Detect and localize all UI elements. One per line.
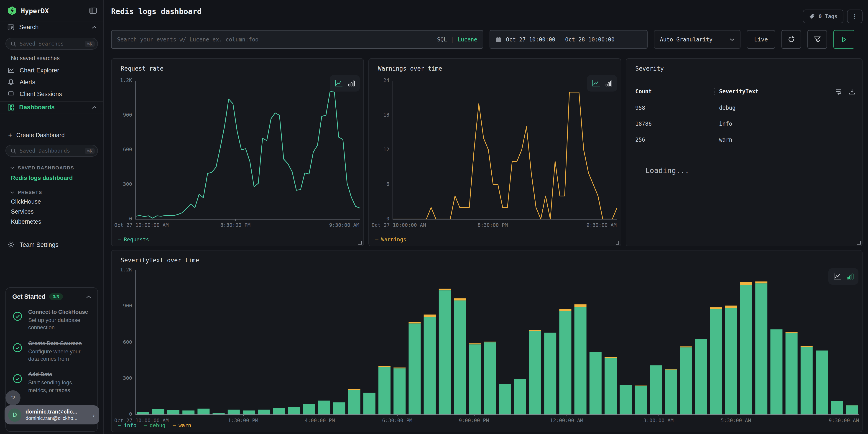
sidebar-item-services[interactable]: Services [0, 205, 103, 215]
table-row[interactable]: 256warn [635, 136, 856, 143]
sidebar-item-client-sessions[interactable]: Client Sessions [0, 88, 103, 100]
chart-type-toggle [828, 268, 859, 285]
panel-request-rate: Request rate 03006009001.2KOct 27 10:00:… [111, 58, 364, 246]
legend-item-warnings[interactable]: — Warnings [375, 236, 406, 243]
sidebar-search-label: Search [19, 24, 87, 31]
run-query-button[interactable] [833, 30, 854, 49]
get-started-title: Get Started [12, 293, 45, 300]
legend-item-requests[interactable]: — Requests [118, 236, 149, 243]
chevron-up-icon[interactable] [86, 295, 91, 299]
toolbar: Search your events w/ Lucene ex. column:… [111, 30, 863, 49]
plot-area[interactable] [135, 270, 859, 415]
sidebar-section-dashboards[interactable]: Dashboards [0, 101, 103, 114]
get-started-progress-badge: 3/3 [49, 293, 63, 300]
search-icon [10, 41, 17, 47]
plot-area[interactable] [393, 81, 617, 219]
play-icon [840, 36, 847, 43]
shortcut-badge: ⌘K [85, 41, 95, 47]
line-chart-icon[interactable] [592, 80, 601, 87]
avatar: D [8, 408, 22, 422]
sidebar-item-clickhouse[interactable]: ClickHouse [0, 195, 103, 205]
kebab-icon: ⋮ [852, 13, 858, 20]
sidebar-section-search[interactable]: Search [0, 21, 103, 33]
column-resize-handle[interactable] [714, 88, 715, 95]
sidebar-item-kubernetes[interactable]: Kubernetes [0, 215, 103, 225]
dashboard-menu-button[interactable]: ⋮ [847, 9, 863, 23]
column-header-count[interactable]: Count [635, 88, 714, 95]
chart-title: Severity [635, 65, 664, 72]
chevron-down-icon [10, 191, 14, 194]
bar-chart-severitytext[interactable]: 03006009001.2KOct 27 10:00:00 AM1:30:00 … [112, 250, 862, 432]
bar-chart-icon[interactable] [846, 273, 854, 280]
chart-legend: — Warnings [375, 236, 406, 243]
panel-severity: Severity Count SeverityText 958debug1878… [626, 58, 863, 246]
task-connect-clickhouse[interactable]: Connect to ClickHouse Set up your databa… [12, 307, 91, 331]
granularity-select[interactable]: Auto Granularity [654, 30, 741, 49]
line-chart-icon[interactable] [334, 80, 343, 87]
tag-icon [809, 13, 815, 20]
line-chart-warnings[interactable]: 06121824Oct 27 10:00:00 AM8:30:00 PM9:30… [369, 59, 621, 246]
line-chart-requests[interactable]: 03006009001.2KOct 27 10:00:00 AM8:30:00 … [112, 59, 364, 246]
legend-item-info[interactable]: — info [118, 422, 136, 429]
line-chart-icon[interactable] [833, 273, 842, 280]
bar-chart-icon[interactable] [605, 80, 613, 87]
hyperdx-logo-icon [7, 6, 17, 16]
chevron-down-icon [730, 38, 735, 41]
live-button[interactable]: Live [747, 30, 775, 49]
sidebar-item-alerts[interactable]: Alerts [0, 76, 103, 88]
severity-table-header: Count SeverityText [635, 88, 856, 95]
chevron-right-icon: › [92, 411, 95, 419]
date-range-picker[interactable]: Oct 27 10:00:00 - Oct 28 10:00:00 [490, 30, 648, 49]
column-header-severitytext[interactable]: SeverityText [719, 88, 758, 95]
legend-item-debug[interactable]: — debug [144, 422, 165, 429]
saved-dashboards-input[interactable]: Saved Dashboards ⌘K [5, 145, 98, 157]
saved-searches-placeholder: Saved Searches [20, 40, 82, 47]
dashboards-label: Dashboards [19, 104, 87, 111]
filter-button[interactable] [807, 30, 827, 49]
search-placeholder: Search your events w/ Lucene ex. column:… [117, 36, 258, 42]
presets-header[interactable]: PRESETS [0, 181, 103, 195]
user-name: dominic.tran@clic... [26, 408, 78, 415]
loading-indicator: Loading... [645, 166, 689, 175]
table-row[interactable]: 18786info [635, 121, 856, 127]
wrap-text-icon[interactable] [835, 88, 842, 95]
severity-table: Count SeverityText 958debug18786info256w… [635, 88, 856, 143]
team-settings-label: Team Settings [20, 241, 59, 248]
granularity-value: Auto Granularity [660, 36, 712, 42]
chart-legend: — Requests [118, 236, 149, 243]
check-circle-icon [12, 339, 23, 363]
bar-chart-icon[interactable] [348, 80, 355, 87]
date-range-value: Oct 27 10:00:00 - Oct 28 10:00:00 [506, 36, 615, 42]
sql-toggle[interactable]: SQL [437, 36, 447, 42]
chevron-up-icon [92, 105, 97, 109]
download-icon[interactable] [848, 88, 856, 95]
search-icon [10, 148, 17, 154]
plot-area[interactable] [135, 81, 360, 219]
chart-legend: — info — debug — warn [118, 422, 191, 429]
refresh-button[interactable] [781, 30, 801, 49]
dashboards-icon [7, 103, 14, 111]
collapse-sidebar-icon[interactable] [89, 7, 97, 14]
search-section-icon [7, 24, 14, 31]
sidebar: HyperDX Search Saved Searches ⌘K No save… [0, 0, 104, 434]
legend-item-warn[interactable]: — warn [173, 422, 191, 429]
task-create-data-sources[interactable]: Create Data Sources Configure where your… [12, 339, 91, 363]
task-add-data[interactable]: Add Data Start sending logs, metrics, or… [12, 370, 91, 394]
filter-edit-icon [813, 35, 821, 43]
user-menu[interactable]: D dominic.tran@clic... dominic.tran@clic… [5, 405, 99, 425]
saved-searches-input[interactable]: Saved Searches ⌘K [5, 38, 98, 50]
table-row[interactable]: 958debug [635, 105, 856, 111]
saved-dashboards-header[interactable]: SAVED DASHBOARDS [0, 157, 103, 170]
query-language-toggle: SQL | Lucene [437, 31, 477, 48]
sidebar-item-redis-dashboard[interactable]: Redis logs dashboard [0, 170, 103, 181]
tags-button[interactable]: 0 Tags [803, 9, 843, 23]
refresh-icon [787, 35, 795, 43]
search-input[interactable]: Search your events w/ Lucene ex. column:… [111, 30, 483, 49]
create-dashboard-button[interactable]: + Create Dashboard [0, 114, 103, 138]
lucene-toggle[interactable]: Lucene [458, 36, 477, 42]
help-button[interactable]: ? [5, 390, 21, 405]
sidebar-item-chart-explorer[interactable]: Chart Explorer [0, 64, 103, 76]
create-dashboard-label: Create Dashboard [17, 132, 65, 138]
chevron-up-icon [92, 25, 97, 29]
sidebar-item-team-settings[interactable]: Team Settings [0, 239, 103, 250]
